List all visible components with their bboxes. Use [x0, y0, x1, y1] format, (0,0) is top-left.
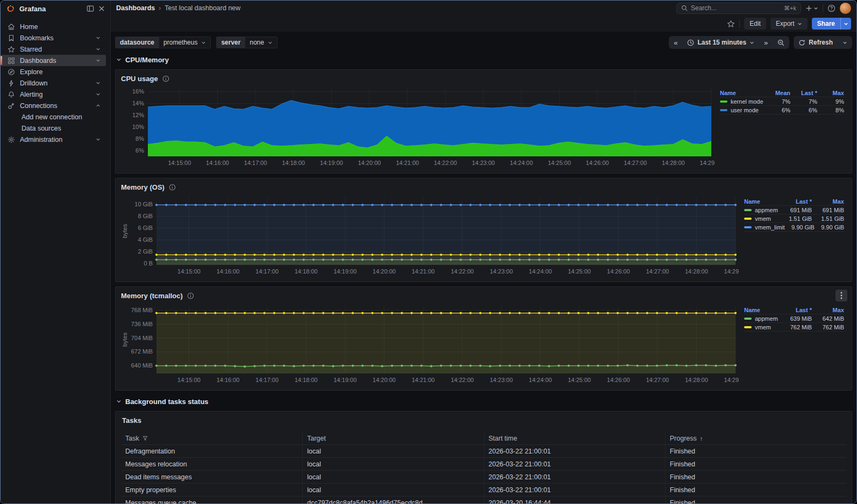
variable-chips: datasourceprometheusservernone — [115, 37, 277, 48]
table-cell: Empty properties — [121, 484, 302, 496]
sidebar-item-bookmarks[interactable]: Bookmarks — [1, 32, 106, 44]
time-range-picker[interactable]: Last 15 minutes — [682, 36, 759, 49]
legend-series-toggle[interactable]: appmem — [744, 207, 780, 213]
filter-icon[interactable] — [142, 436, 148, 441]
variable-chip-server[interactable]: servernone — [216, 37, 277, 48]
info-icon[interactable] — [162, 75, 169, 82]
legend-col[interactable]: Last * — [780, 198, 812, 205]
legend-col-name[interactable]: Name — [720, 90, 763, 96]
legend-col[interactable]: Max — [817, 90, 844, 96]
section-cpu-memory[interactable]: CPU/Memory — [116, 53, 852, 66]
legend-col[interactable]: Max — [812, 198, 844, 205]
refresh-interval-dropdown[interactable] — [838, 36, 852, 49]
legend-value: 1.51 GiB — [780, 215, 812, 222]
info-icon[interactable] — [169, 184, 176, 191]
tasks-col-header-start-time[interactable]: Start time — [484, 432, 665, 445]
legend-col[interactable]: Max — [812, 307, 844, 313]
chevron-down-icon — [797, 21, 802, 26]
legend-col-name[interactable]: Name — [744, 307, 780, 313]
legend-col[interactable]: Last * — [790, 90, 817, 96]
memory-os-chart[interactable]: 0 B2 GiB4 GiB6 GiB8 GiB10 GiB14:15:0014:… — [121, 193, 739, 277]
edit-button[interactable]: Edit — [744, 18, 766, 30]
svg-text:6%: 6% — [135, 147, 144, 154]
svg-text:14:18:00: 14:18:00 — [282, 160, 305, 166]
panel-header[interactable]: Memory (OS) — [121, 181, 846, 193]
memory-tcmalloc-chart[interactable]: 640 MiB672 MiB704 MiB736 MiB768 MiB14:15… — [121, 301, 739, 385]
svg-text:14:29:00: 14:29:00 — [724, 377, 739, 383]
sidebar-item-administration[interactable]: Administration — [1, 134, 106, 145]
time-controls: « Last 15 minutes » — [669, 36, 852, 49]
legend-series-toggle[interactable]: appmem — [744, 315, 780, 322]
collapse-chevron-icon — [116, 57, 122, 62]
svg-text:4 GiB: 4 GiB — [138, 236, 153, 243]
share-dropdown-button[interactable] — [840, 18, 851, 30]
svg-text:14:29:00: 14:29:00 — [724, 268, 739, 275]
add-new-button[interactable] — [805, 5, 818, 12]
sidebar-item-label: Drilldown — [20, 80, 91, 87]
chevron-down-icon — [842, 40, 847, 45]
sidebar-item-drilldown[interactable]: Drilldown — [1, 77, 106, 89]
sidebar-item-dashboards[interactable]: Dashboards — [1, 55, 106, 66]
svg-text:14:19:00: 14:19:00 — [333, 268, 356, 275]
breadcrumb-dashboards[interactable]: Dashboards — [116, 4, 155, 12]
panel-header[interactable]: Memory (tcmalloc) — [121, 290, 846, 301]
legend-col[interactable]: Mean — [763, 90, 790, 96]
svg-text:14:16:00: 14:16:00 — [217, 377, 240, 383]
search-placeholder: Search... — [691, 4, 781, 12]
sidebar-item-starred[interactable]: Starred — [1, 44, 106, 55]
sidebar-item-data-sources[interactable]: Data sources — [1, 123, 106, 134]
section-background-tasks[interactable]: Background tasks status — [116, 395, 852, 408]
sidebar-item-label: Alerting — [20, 91, 91, 98]
divider — [739, 20, 740, 28]
legend-col[interactable]: Last * — [780, 307, 812, 313]
svg-text:14:26:00: 14:26:00 — [607, 377, 630, 383]
time-back-button[interactable]: « — [669, 36, 682, 49]
legend-series-toggle[interactable]: kernel mode — [720, 98, 763, 105]
legend-value: 691 MiB — [812, 207, 844, 213]
panel-header[interactable]: CPU usage — [121, 73, 846, 84]
panel-title: Tasks — [122, 416, 846, 424]
sidebar-item-connections[interactable]: Connections — [1, 100, 106, 111]
dock-sidebar-icon[interactable] — [87, 5, 94, 12]
legend-series-toggle[interactable]: vmem — [744, 215, 780, 222]
legend-series-toggle[interactable]: user mode — [720, 107, 763, 113]
sidebar-item-alerting[interactable]: Alerting — [1, 89, 106, 100]
variable-value-dropdown[interactable]: none — [245, 37, 277, 48]
clock-icon — [687, 39, 694, 46]
tasks-col-header-progress[interactable]: Progress ↑ — [665, 432, 846, 445]
legend-series-toggle[interactable]: vmem_limit — [744, 224, 785, 231]
search-input[interactable]: Search... ⌘+k — [676, 3, 801, 14]
info-icon[interactable] — [187, 292, 194, 299]
avatar[interactable] — [840, 3, 851, 14]
dashboard-controls: datasourceprometheusservernone « Last 15… — [115, 35, 852, 50]
series-color-swatch — [744, 209, 752, 211]
legend-series-toggle[interactable]: vmem — [744, 324, 780, 330]
sidebar-item-home[interactable]: Home — [1, 21, 106, 32]
favorite-star-icon[interactable] — [727, 20, 735, 28]
time-forward-button[interactable]: » — [759, 36, 773, 49]
help-button[interactable] — [827, 4, 835, 12]
svg-text:bytes: bytes — [122, 224, 128, 238]
variable-chip-datasource[interactable]: datasourceprometheus — [115, 37, 211, 48]
variable-value-dropdown[interactable]: prometheus — [159, 37, 211, 48]
svg-text:736 MiB: 736 MiB — [131, 321, 153, 327]
export-button[interactable]: Export — [770, 18, 808, 30]
refresh-label: Refresh — [809, 39, 833, 46]
panel-menu-kebab-icon[interactable] — [835, 290, 847, 301]
close-sidebar-icon[interactable] — [98, 5, 105, 12]
sidebar-item-add-new-connection[interactable]: Add new connection — [1, 111, 106, 123]
refresh-button[interactable]: Refresh — [794, 36, 838, 49]
svg-text:14:23:00: 14:23:00 — [490, 377, 513, 383]
sidebar-item-explore[interactable]: Explore — [1, 66, 106, 77]
legend-col-name[interactable]: Name — [744, 198, 780, 205]
zoom-out-button[interactable] — [773, 36, 789, 49]
sidebar-item-label: Bookmarks — [20, 34, 91, 42]
legend-row: user mode6%6%8% — [720, 106, 844, 114]
apps-icon — [7, 57, 15, 64]
share-button[interactable]: Share — [812, 18, 840, 30]
panel-title: CPU usage — [121, 75, 158, 83]
cpu-usage-chart[interactable]: 6%8%10%12%14%16%14:15:0014:16:0014:17:00… — [121, 84, 715, 168]
tasks-col-header-target[interactable]: Target — [302, 432, 483, 445]
table-cell: Finished — [665, 471, 846, 484]
tasks-col-header-task[interactable]: Task — [121, 432, 302, 445]
